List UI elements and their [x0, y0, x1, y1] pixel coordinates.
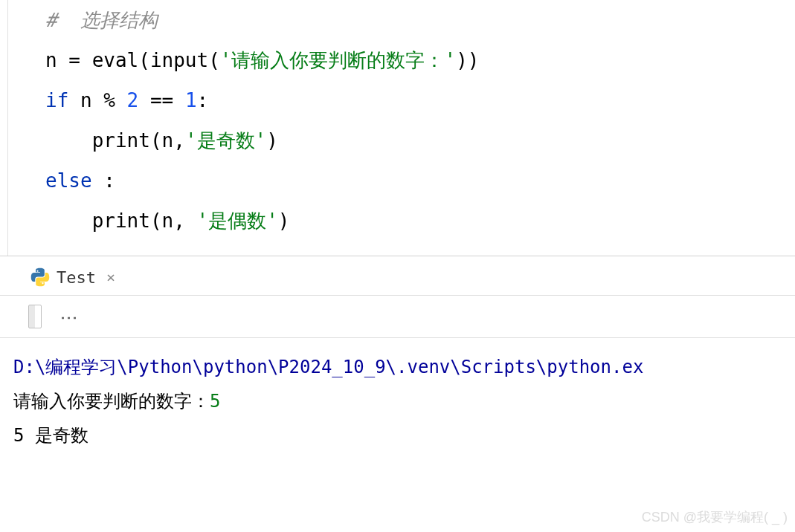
- result-line: 5 是奇数: [13, 418, 782, 452]
- run-tab[interactable]: Test ×: [22, 264, 123, 291]
- code-editor: # 选择结构 n = eval(input('请输入你要判断的数字：')) if…: [7, 0, 795, 256]
- user-input: 5: [210, 391, 220, 412]
- layout-toggle-button[interactable]: [28, 305, 42, 328]
- execution-path: D:\编程学习\Python\python\P2024_10_9\.venv\S…: [13, 350, 782, 384]
- watermark: CSDN @我要学编程( _ ): [642, 508, 788, 526]
- close-icon[interactable]: ×: [106, 268, 115, 286]
- more-icon[interactable]: ⋮: [59, 309, 80, 325]
- python-icon: [30, 267, 51, 288]
- terminal-toolbar: ⋮: [0, 296, 795, 338]
- code-line-2: n = eval(input('请输入你要判断的数字：')): [45, 40, 795, 80]
- code-line-4: print(n,'是奇数'): [45, 120, 795, 160]
- tab-label: Test: [57, 268, 96, 287]
- terminal-output[interactable]: D:\编程学习\Python\python\P2024_10_9\.venv\S…: [0, 338, 795, 464]
- code-line-3: if n % 2 == 1:: [45, 80, 795, 120]
- code-line-5: else :: [45, 160, 795, 201]
- code-line-6: print(n, '是偶数'): [45, 201, 795, 241]
- comment-hash: # 选择结构: [45, 9, 158, 31]
- tab-bar: Test ×: [0, 256, 795, 296]
- code-line-1: # 选择结构: [45, 0, 795, 40]
- terminal-panel: Test × ⋮ D:\编程学习\Python\python\P2024_10_…: [0, 256, 795, 464]
- prompt-line: 请输入你要判断的数字：5: [13, 384, 782, 418]
